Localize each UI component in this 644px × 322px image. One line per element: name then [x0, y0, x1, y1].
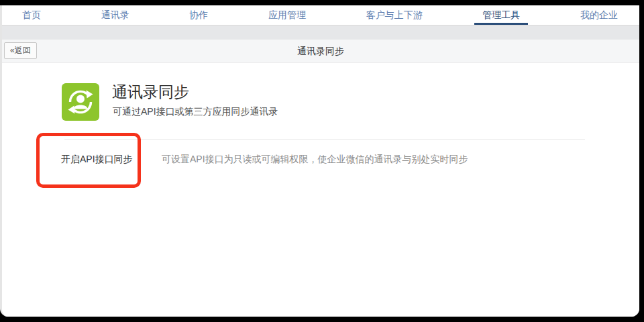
nav-item-my-enterprise[interactable]: 我的企业: [572, 5, 626, 25]
app-subtitle: 可通过API接口或第三方应用同步通讯录: [113, 105, 278, 117]
page-background-band: [2, 25, 639, 40]
top-nav: 首页 通讯录 协作 应用管理 客户与上下游 管理工具 我的企业: [2, 5, 639, 25]
nav-item-app-management[interactable]: 应用管理: [260, 5, 314, 25]
app-window: 首页 通讯录 协作 应用管理 客户与上下游 管理工具 我的企业 «返回 通讯录同…: [0, 5, 639, 317]
app-title: 通讯录同步: [112, 82, 189, 102]
section-divider: [64, 139, 585, 140]
api-sync-setting-label: 开启API接口同步: [61, 153, 133, 165]
nav-item-collaboration[interactable]: 协作: [181, 5, 216, 25]
contact-sync-icon: [62, 83, 99, 121]
content-area: 通讯录同步 可通过API接口或第三方应用同步通讯录 开启API接口同步 可设置A…: [2, 63, 639, 317]
nav-item-contacts[interactable]: 通讯录: [93, 5, 138, 25]
nav-item-customers[interactable]: 客户与上下游: [358, 5, 431, 25]
nav-item-home[interactable]: 首页: [14, 5, 49, 25]
api-sync-setting-description: 可设置API接口为只读或可编辑权限，使企业微信的通讯录与别处实时同步: [162, 153, 468, 165]
nav-item-admin-tools[interactable]: 管理工具: [474, 5, 528, 25]
back-button[interactable]: «返回: [4, 42, 37, 59]
subheader: «返回 通讯录同步: [2, 40, 639, 63]
page-title: 通讯录同步: [2, 40, 639, 62]
